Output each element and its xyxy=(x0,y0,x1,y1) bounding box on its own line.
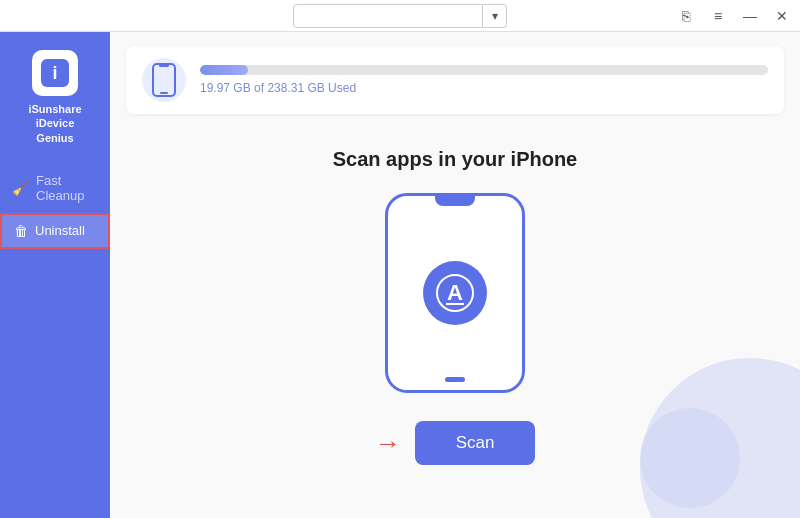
storage-progress-bg xyxy=(200,65,768,75)
close-button[interactable]: ✕ xyxy=(772,6,792,26)
svg-rect-3 xyxy=(160,92,168,94)
sidebar-item-uninstall-label: Uninstall xyxy=(35,223,85,238)
storage-text: 19.97 GB of 238.31 GB Used xyxy=(200,81,768,95)
minimize-button[interactable]: — xyxy=(740,6,760,26)
main-layout: i iSunshareiDeviceGenius 🧹 Fast Cleanup … xyxy=(0,32,800,518)
title-bar-controls: ⎘ ≡ — ✕ xyxy=(676,6,792,26)
content-area: 19.97 GB of 238.31 GB Used Scan apps in … xyxy=(110,32,800,518)
storage-used: 19.97 GB xyxy=(200,81,251,95)
uninstall-icon: 🗑 xyxy=(14,223,28,239)
app-store-icon: A xyxy=(423,261,487,325)
logo-icon: i xyxy=(39,57,71,89)
app-name: iSunshareiDeviceGenius xyxy=(28,102,81,145)
sidebar-menu: 🧹 Fast Cleanup 🗑 Uninstall xyxy=(0,165,110,249)
device-name-input[interactable]: iPhone XS xyxy=(293,4,483,28)
phone-home-button xyxy=(445,377,465,382)
menu-icon[interactable]: ≡ xyxy=(708,6,728,26)
sidebar-item-fast-cleanup[interactable]: 🧹 Fast Cleanup xyxy=(0,165,110,211)
sidebar: i iSunshareiDeviceGenius 🧹 Fast Cleanup … xyxy=(0,32,110,518)
scan-content: Scan apps in your iPhone A → xyxy=(110,124,800,518)
phone-illustration: A xyxy=(385,193,525,393)
app-logo: i xyxy=(32,50,78,96)
sidebar-item-uninstall[interactable]: 🗑 Uninstall xyxy=(0,213,110,249)
device-select-wrap[interactable]: iPhone XS ▾ xyxy=(293,4,507,28)
scan-button[interactable]: Scan xyxy=(415,421,535,465)
storage-progress-fill xyxy=(200,65,248,75)
scan-button-row: → Scan xyxy=(375,421,535,465)
storage-bar-section: 19.97 GB of 238.31 GB Used xyxy=(126,46,784,114)
storage-info: 19.97 GB of 238.31 GB Used xyxy=(200,65,768,95)
phone-icon-wrap xyxy=(142,58,186,102)
phone-icon xyxy=(151,63,177,97)
sidebar-item-fast-cleanup-label: Fast Cleanup xyxy=(36,173,98,203)
share-icon[interactable]: ⎘ xyxy=(676,6,696,26)
app-store-symbol: A xyxy=(436,274,474,312)
fast-cleanup-icon: 🧹 xyxy=(12,180,29,196)
title-bar: iPhone XS ▾ ⎘ ≡ — ✕ xyxy=(0,0,800,32)
scan-title: Scan apps in your iPhone xyxy=(333,148,578,171)
storage-used-label: Used xyxy=(328,81,356,95)
svg-text:i: i xyxy=(52,63,57,83)
svg-rect-2 xyxy=(153,64,175,96)
svg-rect-4 xyxy=(159,64,169,67)
phone-notch xyxy=(435,196,475,206)
deco-circle-small xyxy=(640,408,740,508)
scan-arrow-icon: → xyxy=(375,430,401,456)
storage-total: 238.31 GB xyxy=(267,81,324,95)
svg-text:A: A xyxy=(447,280,463,305)
storage-of: of xyxy=(254,81,267,95)
device-dropdown-button[interactable]: ▾ xyxy=(483,4,507,28)
